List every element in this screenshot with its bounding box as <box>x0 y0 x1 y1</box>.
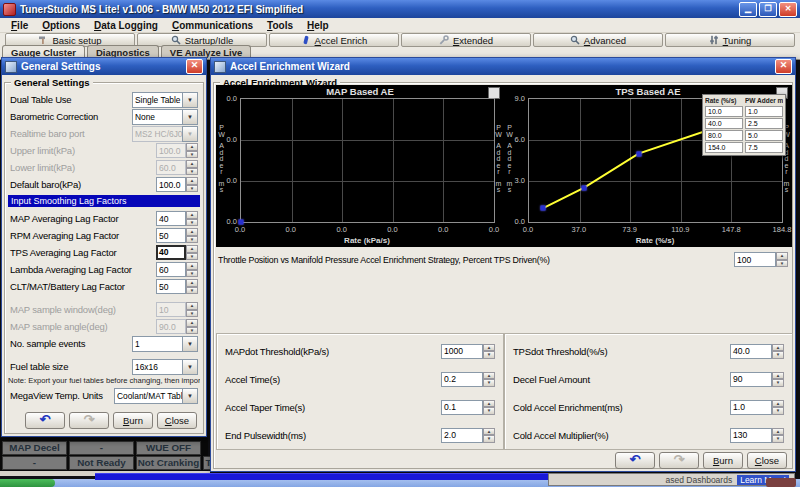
toolbar-extended[interactable]: Extended <box>401 33 531 47</box>
no-sample-events-combo[interactable]: 1▼ <box>132 336 198 352</box>
spinner-value[interactable]: 40 <box>156 211 186 226</box>
lambda-averaging-lag-factor-spinner[interactable]: 60▲▼ <box>156 262 198 277</box>
spinner-down-icon[interactable]: ▼ <box>186 236 198 244</box>
spinner-up-icon[interactable]: ▲ <box>186 302 198 310</box>
table-cell[interactable]: 80.0 <box>705 130 743 141</box>
tps-based-ae-chart[interactable]: TPS Based AE9.06.03.00.00.037.073.9110.9… <box>504 85 792 247</box>
spinner-value[interactable]: 40 <box>156 245 186 260</box>
spinner-up-icon[interactable]: ▲ <box>186 211 198 219</box>
data-point[interactable] <box>636 151 641 156</box>
spinner-value[interactable]: 100 <box>734 252 776 267</box>
data-point[interactable] <box>581 185 586 190</box>
table-cell[interactable]: 2.5 <box>745 118 783 129</box>
maximize-button[interactable]: ❐ <box>759 2 777 17</box>
mapdot-threshold-kpa-s-spinner[interactable]: 1000▲▼ <box>441 344 495 359</box>
spinner-down-icon[interactable]: ▼ <box>186 270 198 278</box>
data-point[interactable] <box>540 206 545 211</box>
spinner-up-icon[interactable]: ▲ <box>186 228 198 236</box>
redo-button[interactable]: ↷ <box>69 412 109 429</box>
menu-help[interactable]: Help <box>300 20 336 31</box>
spinner-down-icon[interactable]: ▼ <box>483 407 495 415</box>
spinner-value[interactable]: 100.0 <box>156 143 186 158</box>
spinner-up-icon[interactable]: ▲ <box>186 319 198 327</box>
close-dialog-button[interactable]: Close <box>747 452 787 469</box>
undo-button[interactable]: ↶ <box>615 452 655 469</box>
decel-fuel-amount-spinner[interactable]: 90▲▼ <box>730 372 784 387</box>
tpsdot-threshold-s-spinner[interactable]: 40.0▲▼ <box>730 344 784 359</box>
table-cell[interactable]: 10.0 <box>705 106 743 117</box>
close-dialog-button[interactable]: Close <box>157 412 197 429</box>
accel-time-s-spinner[interactable]: 0.2▲▼ <box>441 372 495 387</box>
menu-communications[interactable]: Communications <box>165 20 260 31</box>
spinner-up-icon[interactable]: ▲ <box>772 428 784 436</box>
spinner-value[interactable]: 1.0 <box>730 400 772 415</box>
chevron-down-icon[interactable]: ▼ <box>182 92 198 108</box>
close-icon[interactable]: ✕ <box>775 59 792 74</box>
toolbar-accel-enrich[interactable]: Accel Enrich <box>269 33 399 47</box>
spinner-up-icon[interactable]: ▲ <box>776 252 788 260</box>
menu-options[interactable]: Options <box>35 20 87 31</box>
map-based-ae-chart[interactable]: MAP Based AE0.00.00.00.00.00.00.00.00.00… <box>216 85 504 247</box>
cold-accel-enrichment-ms-spinner[interactable]: 1.0▲▼ <box>730 400 784 415</box>
spinner-down-icon[interactable]: ▼ <box>186 185 198 193</box>
map-sample-angle-deg-spinner[interactable]: 90.0▲▼ <box>156 319 198 334</box>
app-titlebar[interactable]: TunerStudio MS Lite! v1.006 - BMW M50 20… <box>0 0 800 18</box>
spinner-value[interactable]: 2.0 <box>441 428 483 443</box>
table-cell[interactable]: 40.0 <box>705 118 743 129</box>
chevron-down-icon[interactable]: ▼ <box>182 126 198 142</box>
default-baro-kpa-spinner[interactable]: 100.0▲▼ <box>156 177 198 192</box>
toolbar-tuning[interactable]: Tuning <box>665 33 795 47</box>
spinner-up-icon[interactable]: ▲ <box>186 143 198 151</box>
spinner-value[interactable]: 90 <box>730 372 772 387</box>
spinner-up-icon[interactable]: ▲ <box>483 400 495 408</box>
start-button-fragment[interactable] <box>0 479 55 487</box>
data-point[interactable] <box>239 220 244 225</box>
spinner-down-icon[interactable]: ▼ <box>186 287 198 295</box>
menu-file[interactable]: File <box>4 20 35 31</box>
spinner-up-icon[interactable]: ▲ <box>186 245 198 253</box>
chevron-down-icon[interactable]: ▼ <box>182 336 198 352</box>
percent-tps-driven-spinner[interactable]: 100 ▲ ▼ <box>734 252 788 267</box>
spinner-value[interactable]: 0.1 <box>441 400 483 415</box>
wizard-titlebar[interactable]: Accel Enrichment Wizard ✕ <box>211 58 795 75</box>
end-pulsewidth-ms-spinner[interactable]: 2.0▲▼ <box>441 428 495 443</box>
minimize-button[interactable]: ▁ <box>739 2 757 17</box>
realtime-baro-port-combo[interactable]: MS2 HC/6J09▼ <box>132 126 198 142</box>
spinner-down-icon[interactable]: ▼ <box>483 435 495 443</box>
table-cell[interactable]: 1.0 <box>745 106 783 117</box>
spinner-up-icon[interactable]: ▲ <box>186 177 198 185</box>
lower-limit-kpa-spinner[interactable]: 60.0▲▼ <box>156 160 198 175</box>
spinner-up-icon[interactable]: ▲ <box>483 344 495 352</box>
spinner-down-icon[interactable]: ▼ <box>772 351 784 359</box>
dual-table-use-combo[interactable]: Single Table▼ <box>132 92 198 108</box>
chevron-down-icon[interactable]: ▼ <box>182 359 198 375</box>
toolbar-advanced[interactable]: Advanced <box>533 33 663 47</box>
close-icon[interactable]: ✕ <box>186 59 203 74</box>
clt-mat-battery-lag-factor-spinner[interactable]: 50▲▼ <box>156 279 198 294</box>
spinner-value[interactable]: 50 <box>156 228 186 243</box>
cold-accel-multiplier-spinner[interactable]: 130▲▼ <box>730 428 784 443</box>
spinner-value[interactable]: 130 <box>730 428 772 443</box>
menu-data-logging[interactable]: Data Logging <box>87 20 165 31</box>
spinner-value[interactable]: 90.0 <box>156 319 186 334</box>
accel-taper-time-s-spinner[interactable]: 0.1▲▼ <box>441 400 495 415</box>
spinner-down-icon[interactable]: ▼ <box>186 168 198 176</box>
table-cell[interactable]: 5.0 <box>745 130 783 141</box>
spinner-up-icon[interactable]: ▲ <box>186 262 198 270</box>
spinner-value[interactable]: 0.2 <box>441 372 483 387</box>
spinner-down-icon[interactable]: ▼ <box>483 379 495 387</box>
spinner-up-icon[interactable]: ▲ <box>772 400 784 408</box>
general-settings-titlebar[interactable]: General Settings ✕ <box>2 58 206 75</box>
map-averaging-lag-factor-spinner[interactable]: 40▲▼ <box>156 211 198 226</box>
burn-button[interactable]: Burn <box>113 412 153 429</box>
spinner-down-icon[interactable]: ▼ <box>772 407 784 415</box>
spinner-down-icon[interactable]: ▼ <box>772 435 784 443</box>
spinner-up-icon[interactable]: ▲ <box>772 372 784 380</box>
barometric-correction-combo[interactable]: None▼ <box>132 109 198 125</box>
spinner-value[interactable]: 10 <box>156 302 186 317</box>
spinner-down-icon[interactable]: ▼ <box>186 310 198 318</box>
burn-button[interactable]: Burn <box>703 452 743 469</box>
spinner-up-icon[interactable]: ▲ <box>186 160 198 168</box>
spinner-up-icon[interactable]: ▲ <box>772 344 784 352</box>
spinner-down-icon[interactable]: ▼ <box>483 351 495 359</box>
